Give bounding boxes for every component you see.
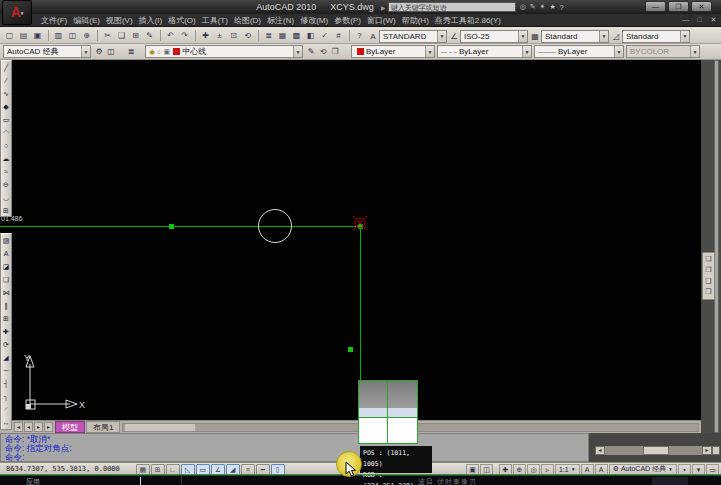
chevron-down-icon[interactable]: ▼ bbox=[599, 31, 608, 42]
status-tool-button[interactable]: ✚ bbox=[499, 464, 512, 475]
status-toggle-button[interactable]: ⊞ bbox=[151, 464, 165, 475]
draw-tool-button[interactable]: ▭ bbox=[1, 113, 12, 126]
modify-tool-button[interactable]: ─ bbox=[1, 364, 12, 377]
tray-button[interactable]: ▾ bbox=[692, 464, 705, 475]
menu-item[interactable]: 文件(F) bbox=[38, 15, 70, 26]
modify-tool-button[interactable]: ⊞ bbox=[1, 312, 12, 325]
style-dropdown[interactable]: Standard ▼ bbox=[622, 30, 690, 43]
lineweight-dropdown[interactable]: ——— ByLayer ▼ bbox=[534, 45, 624, 58]
drawn-circle[interactable] bbox=[258, 209, 292, 243]
menu-item[interactable]: 绘图(D) bbox=[231, 15, 264, 26]
menu-item[interactable]: 窗口(W) bbox=[364, 15, 399, 26]
menu-item[interactable]: 工具(T) bbox=[199, 15, 231, 26]
layer-properties-manager-button[interactable]: ≣ bbox=[125, 46, 137, 58]
chevron-down-icon[interactable]: ▼ bbox=[614, 46, 623, 57]
infocenter-icon[interactable]: ✴ bbox=[538, 3, 548, 11]
scrollbar-track[interactable] bbox=[605, 446, 702, 455]
draw-tool-button[interactable]: ○ bbox=[1, 139, 12, 152]
status-toggle-button[interactable]: ◢ bbox=[226, 464, 240, 475]
window-control-button[interactable]: ❐ bbox=[668, 1, 689, 12]
layer-dropdown[interactable]: ◉☼▣ 中心线 ▼ bbox=[145, 45, 303, 58]
toolbar-icon-button[interactable]: ▥ bbox=[52, 29, 65, 42]
tab-nav-button[interactable]: ◄ bbox=[14, 422, 23, 432]
modify-tool-button[interactable]: ◪ bbox=[1, 260, 12, 273]
scroll-right-icon[interactable]: ► bbox=[702, 446, 712, 455]
menu-item[interactable]: 燕秀工具箱2.86(Y) bbox=[432, 15, 504, 26]
vertical-scrollbar[interactable] bbox=[714, 60, 719, 433]
document-window-control-button[interactable]: — bbox=[680, 16, 691, 24]
chevron-down-icon[interactable]: ▼ bbox=[425, 46, 434, 57]
workspace-switching-button[interactable]: ⚙ AutoCAD 经典 ▼ bbox=[609, 464, 677, 475]
toolbar-icon-button[interactable]: ⊡ bbox=[227, 29, 240, 42]
draw-tool-button[interactable]: ⁄ bbox=[1, 74, 12, 87]
tray-button[interactable]: ▪ bbox=[678, 464, 691, 475]
window-control-button[interactable]: ✕ bbox=[691, 1, 712, 12]
scroll-left-icon[interactable]: ◄ bbox=[595, 446, 605, 455]
modify-tool-button[interactable]: ┤ bbox=[1, 377, 12, 390]
chevron-down-icon[interactable]: ▼ bbox=[81, 46, 90, 57]
infocenter-icon[interactable]: ◎ bbox=[518, 3, 528, 11]
modify-tool-button[interactable]: ∥ bbox=[1, 299, 12, 312]
chevron-down-icon[interactable]: ▼ bbox=[437, 31, 446, 42]
document-window-control-button[interactable]: □ bbox=[694, 16, 705, 24]
modify-tool-button[interactable]: ┐ bbox=[1, 390, 12, 403]
status-tool-button[interactable]: ◎ bbox=[527, 464, 540, 475]
toolbar-icon-button[interactable]: ❏ bbox=[115, 29, 128, 42]
grip-point[interactable] bbox=[169, 224, 174, 229]
menu-item[interactable]: 帮助(H) bbox=[399, 15, 432, 26]
toolbar-icon-button[interactable]: ▣ bbox=[31, 29, 44, 42]
toolbar-icon-button[interactable]: ✎ bbox=[143, 29, 156, 42]
status-toggle-button[interactable]: ∠ bbox=[211, 464, 225, 475]
toolbar-icon-button[interactable]: ✓ bbox=[318, 29, 331, 42]
workspace-tool-button[interactable]: ◫ bbox=[105, 46, 117, 58]
infocenter-search-input[interactable] bbox=[388, 2, 516, 12]
toolbar-icon-button[interactable]: ✚ bbox=[199, 29, 212, 42]
draw-tool-button[interactable]: ☁ bbox=[1, 152, 12, 165]
chevron-down-icon[interactable]: ▼ bbox=[522, 46, 531, 57]
toolbar-icon-button[interactable]: ? bbox=[353, 29, 366, 42]
linetype-dropdown[interactable]: — – – ByLayer ▼ bbox=[437, 45, 532, 58]
draw-tool-button[interactable]: ◆ bbox=[1, 100, 12, 113]
infocenter-icon[interactable]: ★ bbox=[547, 3, 557, 11]
workspace-tool-button[interactable]: ⚙ bbox=[93, 46, 105, 58]
style-dropdown[interactable]: Standard ▼ bbox=[541, 30, 609, 43]
color-dropdown[interactable]: ByLayer ▼ bbox=[351, 45, 435, 58]
modify-tool-button[interactable]: ❏ bbox=[1, 273, 12, 286]
tab-nav-button[interactable]: ► bbox=[34, 422, 43, 432]
draw-tool-button[interactable]: ∿ bbox=[1, 87, 12, 100]
toolbar-icon-button[interactable]: ⟲ bbox=[241, 29, 254, 42]
taskbar-item[interactable] bbox=[652, 477, 688, 485]
toolbar-icon-button[interactable]: ≣ bbox=[262, 29, 275, 42]
menu-item[interactable]: 格式(O) bbox=[165, 15, 199, 26]
modify-tool-button[interactable]: ✚ bbox=[1, 325, 12, 338]
draw-order-button[interactable]: ❒ bbox=[703, 286, 714, 297]
modify-tool-button[interactable]: ↔ bbox=[1, 416, 12, 429]
toolbar-icon-button[interactable]: ▦ bbox=[276, 29, 289, 42]
modify-tool-button[interactable]: ⋈ bbox=[1, 286, 12, 299]
application-menu-button[interactable]: A▾ bbox=[2, 0, 32, 25]
annotation-button[interactable]: A bbox=[581, 464, 594, 475]
drawn-horizontal-line[interactable] bbox=[0, 226, 361, 227]
style-dropdown[interactable]: STANDARD ▼ bbox=[379, 30, 447, 43]
scrollbar-thumb[interactable] bbox=[643, 446, 669, 455]
chevron-down-icon[interactable]: ▼ bbox=[518, 31, 527, 42]
status-tool-button[interactable]: ⊕ bbox=[513, 464, 526, 475]
layer-tool-button[interactable]: ✎ bbox=[305, 46, 317, 58]
status-tool-button[interactable]: ▹ bbox=[541, 464, 554, 475]
tab-nav-button[interactable]: ► bbox=[44, 422, 53, 432]
draw-tool-button[interactable]: ⊖ bbox=[1, 178, 12, 191]
toolbar-icon-button[interactable]: ▩ bbox=[290, 29, 303, 42]
layer-state-icon[interactable]: ▣ bbox=[164, 48, 171, 56]
chevron-down-icon[interactable]: ▼ bbox=[293, 46, 302, 57]
status-toggle-button[interactable]: ∟ bbox=[166, 464, 180, 475]
layer-tool-button[interactable]: ❐ bbox=[329, 46, 341, 58]
status-toggle-button[interactable]: ◺ bbox=[181, 464, 195, 475]
draw-tool-button[interactable]: ╱ bbox=[1, 61, 12, 74]
modify-tool-button[interactable]: ◜ bbox=[1, 403, 12, 416]
modify-tool-button[interactable]: ▨ bbox=[1, 234, 12, 247]
grip-point[interactable] bbox=[348, 347, 353, 352]
toolbar-icon-button[interactable]: ⊞ bbox=[129, 29, 142, 42]
toolbar-icon-button[interactable]: ◫ bbox=[66, 29, 79, 42]
toolbar-icon-button[interactable]: # bbox=[332, 29, 345, 42]
status-toggle-button[interactable]: ▦ bbox=[136, 464, 150, 475]
